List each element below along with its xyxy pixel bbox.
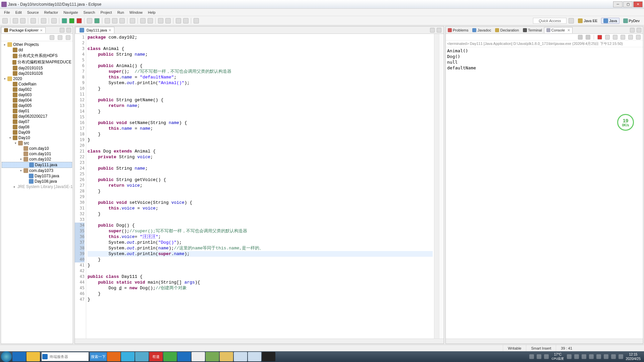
taskbar-search[interactable] <box>42 352 89 361</box>
toggle-bp-icon[interactable] <box>148 18 153 23</box>
search-icon[interactable] <box>112 18 117 23</box>
tree-node[interactable]: dd <box>2 47 72 53</box>
tray-icon[interactable] <box>574 354 579 359</box>
open-perspective-icon[interactable] <box>569 18 574 23</box>
console-hscroll[interactable] <box>446 339 643 344</box>
maximize-panel-icon[interactable] <box>66 28 71 33</box>
task-icon[interactable] <box>130 18 135 23</box>
editor-vscroll[interactable] <box>434 34 439 339</box>
new-class-icon[interactable] <box>94 18 100 23</box>
tree-node[interactable]: ▾com.day1073 <box>2 168 72 173</box>
maximize-panel-icon[interactable] <box>637 28 641 33</box>
console-pin-icon[interactable] <box>621 35 625 40</box>
new-icon[interactable] <box>2 18 8 23</box>
tree-node[interactable]: ▾src <box>2 140 72 146</box>
menu-navigate[interactable]: Navigate <box>61 10 80 14</box>
taskbar-app-icon[interactable] <box>121 352 135 361</box>
start-button[interactable] <box>1 351 12 362</box>
perspective-javaee[interactable]: Java EE <box>576 18 600 24</box>
tree-node[interactable]: day005 <box>2 103 72 108</box>
minimize-editor-icon[interactable] <box>430 28 435 33</box>
menu-help[interactable]: Help <box>145 10 158 14</box>
tray-icon[interactable] <box>537 354 541 359</box>
tree-node[interactable]: ▸Other Projects <box>2 42 72 47</box>
tray-icon[interactable] <box>589 354 594 359</box>
menu-file[interactable]: File <box>1 10 13 14</box>
taskbar-app-icon[interactable] <box>206 352 219 361</box>
search-input[interactable] <box>48 355 78 359</box>
console-scroll-icon[interactable] <box>613 35 618 40</box>
taskbar-youdao-icon[interactable]: 有道 <box>149 352 163 361</box>
console-remove-icon[interactable] <box>578 35 583 40</box>
save-all-icon[interactable] <box>20 18 25 23</box>
perspective-java[interactable]: Java <box>601 18 619 24</box>
menu-search[interactable]: Search <box>81 10 98 14</box>
taskbar-app-icon[interactable] <box>26 352 40 361</box>
tab-javadoc[interactable]: Javadoc <box>470 27 493 33</box>
tree-node[interactable]: Day108.java <box>2 179 72 184</box>
search-button[interactable]: 搜索一下 <box>90 352 107 361</box>
print-icon[interactable] <box>31 18 36 23</box>
maximize-editor-icon[interactable] <box>437 28 441 33</box>
collapse-all-icon[interactable] <box>50 35 54 40</box>
menu-window[interactable]: Window <box>127 10 145 14</box>
open-type-icon[interactable] <box>105 18 110 23</box>
taskbar-cmd-icon[interactable] <box>262 352 275 361</box>
tree-node[interactable]: CodeRain <box>2 81 72 87</box>
menu-refactor[interactable]: Refactor <box>42 10 61 14</box>
debug-icon[interactable] <box>62 18 67 23</box>
overview-ruler[interactable] <box>439 34 444 339</box>
link-editor-icon[interactable] <box>58 35 62 40</box>
network-speed-widget[interactable]: 19 0K/s <box>617 114 634 131</box>
minimize-panel-icon[interactable] <box>630 28 635 33</box>
console-removeall-icon[interactable] <box>586 35 590 40</box>
forward-icon[interactable] <box>183 18 189 23</box>
tree-node[interactable]: Day09 <box>2 130 72 135</box>
console-display-icon[interactable] <box>628 35 633 40</box>
line-gutter[interactable]: 1234567891011121314151617181920212223242… <box>75 34 86 339</box>
tree-node[interactable]: day20191015 <box>2 65 72 71</box>
menu-source[interactable]: Source <box>24 10 42 14</box>
minimize-panel-icon[interactable] <box>60 28 64 33</box>
taskbar-ie-icon[interactable] <box>12 352 26 361</box>
tab-problems[interactable]: Problems <box>446 27 470 33</box>
tray-icon[interactable] <box>596 354 601 359</box>
marker-icon[interactable] <box>140 18 146 23</box>
editor-hscroll[interactable] <box>75 339 444 344</box>
tab-console[interactable]: Console✕ <box>544 27 573 33</box>
tray-icon[interactable] <box>544 354 549 359</box>
taskbar-chrome-icon[interactable] <box>192 352 205 361</box>
close-icon[interactable]: ✕ <box>108 28 111 33</box>
tree-node[interactable]: 分布式编程框架MAPREDUCE <box>2 59 72 65</box>
annotate-icon[interactable] <box>119 18 125 23</box>
quick-access-input[interactable]: Quick Access <box>533 18 567 24</box>
tray-icon[interactable] <box>619 354 623 359</box>
clock[interactable]: 12:15 2020/4/25 <box>626 352 641 361</box>
tree-node[interactable]: day002 <box>2 87 72 92</box>
menu-project[interactable]: Project <box>98 10 114 14</box>
perspective-pydev[interactable]: PyDev <box>621 18 642 24</box>
run-icon[interactable] <box>69 18 74 23</box>
tray-icon[interactable] <box>529 354 534 359</box>
close-button[interactable]: ✕ <box>633 1 643 7</box>
tree-node[interactable]: ▾com.day102 <box>2 157 72 162</box>
taskbar-ie2-icon[interactable] <box>177 352 191 361</box>
tree-node[interactable]: Day1073.java <box>2 173 72 179</box>
tray-icon[interactable] <box>604 354 608 359</box>
tree-node[interactable]: day003 <box>2 92 72 98</box>
minimize-button[interactable]: ─ <box>613 1 623 7</box>
filter-icon[interactable] <box>165 18 171 23</box>
menu-edit[interactable]: Edit <box>13 10 24 14</box>
back-icon[interactable] <box>176 18 181 23</box>
run-ext-icon[interactable] <box>76 18 82 23</box>
tree-node[interactable]: day08 <box>2 124 72 130</box>
tab-declaration[interactable]: Declaration <box>493 27 521 33</box>
taskbar-explorer-icon[interactable] <box>220 352 233 361</box>
last-edit-icon[interactable] <box>194 18 199 23</box>
tree-node[interactable]: day07 <box>2 119 72 124</box>
package-explorer-tab[interactable]: Package Explorer ✕ <box>1 27 46 33</box>
skip-icon[interactable] <box>51 18 57 23</box>
view-menu-icon[interactable] <box>66 35 70 40</box>
menu-run[interactable]: Run <box>115 10 127 14</box>
new-package-icon[interactable] <box>87 18 92 23</box>
